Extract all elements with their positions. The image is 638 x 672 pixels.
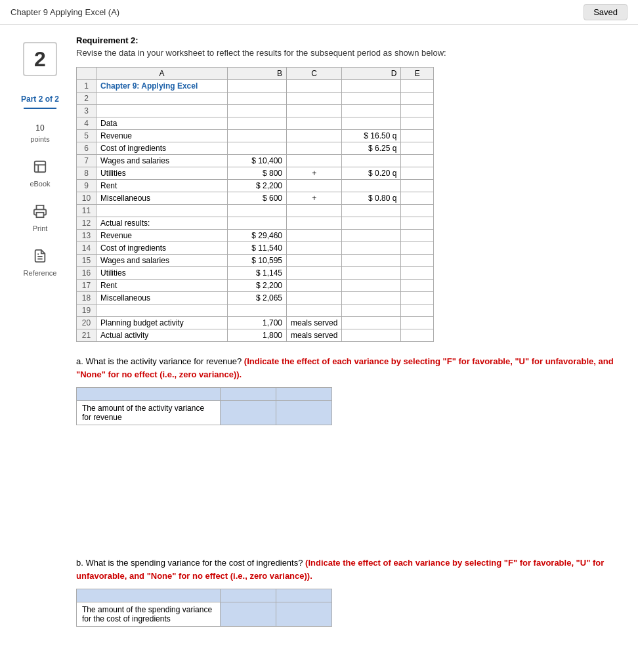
cell-a: Miscellaneous bbox=[96, 292, 228, 304]
answer-b-header-input2 bbox=[276, 589, 332, 602]
cell-c bbox=[287, 267, 342, 280]
cell-a: Utilities bbox=[96, 167, 228, 180]
ebook-icon[interactable] bbox=[30, 156, 51, 177]
cell-b: 1,700 bbox=[228, 317, 287, 329]
cell-b: $ 800 bbox=[228, 167, 287, 180]
cell-c bbox=[287, 255, 342, 267]
question-a-section: a. What is the activity variance for rev… bbox=[76, 355, 627, 425]
cell-e bbox=[401, 80, 434, 93]
col-header-a: A bbox=[96, 68, 228, 80]
cell-c: meals served bbox=[287, 317, 342, 329]
cell-b: $ 2,065 bbox=[228, 292, 287, 304]
cell-e bbox=[401, 180, 434, 192]
cell-d bbox=[342, 280, 401, 292]
cell-d bbox=[342, 93, 401, 105]
page-title: Chapter 9 Applying Excel (A) bbox=[11, 7, 119, 17]
question-b-text: b. What is the spending variance for the… bbox=[76, 556, 627, 582]
content-area: Requirement 2: Revise the data in your w… bbox=[70, 35, 627, 646]
cell-d bbox=[342, 292, 401, 304]
cell-c bbox=[287, 242, 342, 255]
cell-d: $ 0.80 q bbox=[342, 192, 401, 205]
cell-a: Planning budget activity bbox=[96, 317, 228, 329]
saved-button[interactable]: Saved bbox=[584, 4, 627, 20]
table-row: 8Utilities$ 800+$ 0.20 q bbox=[77, 167, 434, 180]
cell-a: Cost of ingredients bbox=[96, 142, 228, 155]
cell-c bbox=[287, 304, 342, 317]
cell-d bbox=[342, 205, 401, 217]
answer-a-header-input2 bbox=[276, 388, 332, 401]
cell-b bbox=[228, 304, 287, 317]
answer-a-row: The amount of the activity variance for … bbox=[77, 401, 332, 425]
spreadsheet-table: A B C D E 1Chapter 9: Applying Excel234D… bbox=[76, 67, 434, 342]
answer-a-input2[interactable] bbox=[276, 401, 332, 425]
cell-a: Revenue bbox=[96, 130, 228, 142]
cell-c bbox=[287, 105, 342, 117]
points-label: points bbox=[30, 135, 49, 143]
answer-b-input2[interactable] bbox=[276, 602, 332, 627]
cell-b: $ 10,400 bbox=[228, 155, 287, 167]
row-number: 5 bbox=[77, 130, 96, 142]
cell-a: Cost of ingredients bbox=[96, 242, 228, 255]
points-value: 10 bbox=[35, 123, 44, 133]
cell-d bbox=[342, 242, 401, 255]
cell-b bbox=[228, 217, 287, 230]
answer-a-header-row bbox=[77, 388, 332, 401]
svg-rect-3 bbox=[37, 213, 44, 217]
cell-e bbox=[401, 292, 434, 304]
table-row: 9Rent$ 2,200 bbox=[77, 180, 434, 192]
cell-a: Rent bbox=[96, 180, 228, 192]
row-number: 10 bbox=[77, 192, 96, 205]
row-number: 9 bbox=[77, 180, 96, 192]
cell-e bbox=[401, 217, 434, 230]
cell-e bbox=[401, 155, 434, 167]
cell-a bbox=[96, 105, 228, 117]
cell-b bbox=[228, 105, 287, 117]
cell-a: Wages and salaries bbox=[96, 155, 228, 167]
cell-b bbox=[228, 205, 287, 217]
cell-d bbox=[342, 217, 401, 230]
question-b-label: b. bbox=[76, 558, 85, 568]
row-number: 4 bbox=[77, 117, 96, 130]
cell-e bbox=[401, 142, 434, 155]
answer-a-input1[interactable] bbox=[221, 401, 276, 425]
cell-b: $ 2,200 bbox=[228, 180, 287, 192]
cell-d bbox=[342, 255, 401, 267]
cell-d bbox=[342, 304, 401, 317]
col-header-e: E bbox=[401, 68, 434, 80]
reference-icon[interactable] bbox=[30, 245, 51, 266]
cell-a: Actual activity bbox=[96, 329, 228, 342]
row-number: 20 bbox=[77, 317, 96, 329]
cell-c bbox=[287, 230, 342, 242]
question-b-section: b. What is the spending variance for the… bbox=[76, 556, 627, 627]
cell-a: Chapter 9: Applying Excel bbox=[96, 80, 228, 93]
answer-b-label-cell: The amount of the spending variance for … bbox=[77, 602, 221, 627]
cell-d bbox=[342, 267, 401, 280]
col-header-b: B bbox=[228, 68, 287, 80]
row-number: 14 bbox=[77, 242, 96, 255]
cell-e bbox=[401, 167, 434, 180]
sidebar: 2 Part 2 of 2 10 points eBook bbox=[11, 35, 70, 646]
cell-d bbox=[342, 155, 401, 167]
col-header-c: C bbox=[287, 68, 342, 80]
table-row: 17Rent$ 2,200 bbox=[77, 280, 434, 292]
cell-e bbox=[401, 230, 434, 242]
table-row: 16Utilities$ 1,145 bbox=[77, 267, 434, 280]
answer-a-header-label bbox=[77, 388, 221, 401]
cell-e bbox=[401, 192, 434, 205]
cell-a bbox=[96, 205, 228, 217]
answer-a-header-input1 bbox=[221, 388, 276, 401]
table-row: 20Planning budget activity1,700meals ser… bbox=[77, 317, 434, 329]
cell-c: meals served bbox=[287, 329, 342, 342]
cell-e bbox=[401, 205, 434, 217]
cell-b: $ 29,460 bbox=[228, 230, 287, 242]
print-icon[interactable] bbox=[30, 201, 51, 222]
question-a-label: a. bbox=[76, 356, 85, 366]
cell-a: Wages and salaries bbox=[96, 255, 228, 267]
row-number: 15 bbox=[77, 255, 96, 267]
answer-b-input1[interactable] bbox=[221, 602, 276, 627]
row-number: 12 bbox=[77, 217, 96, 230]
part-underline bbox=[24, 108, 56, 109]
cell-b bbox=[228, 117, 287, 130]
row-number: 2 bbox=[77, 93, 96, 105]
row-number: 7 bbox=[77, 155, 96, 167]
